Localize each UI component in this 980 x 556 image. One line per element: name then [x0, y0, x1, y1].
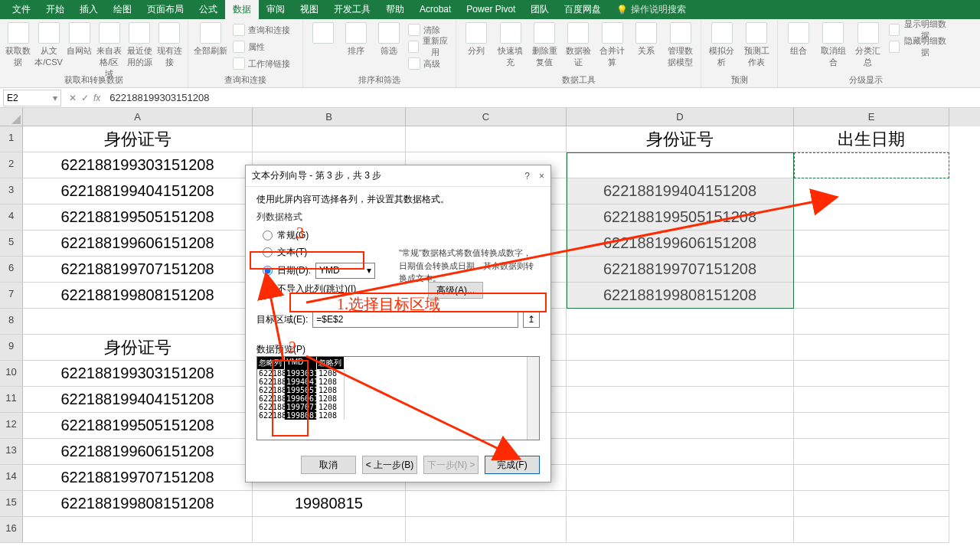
dest-input[interactable]: =$E$2: [312, 311, 518, 328]
dest-picker-icon[interactable]: ↥: [523, 311, 540, 328]
name-box[interactable]: E2 ▾: [3, 90, 61, 106]
btn-links[interactable]: 工作簿链接: [231, 56, 292, 71]
cell-A9[interactable]: 身份证号: [23, 335, 253, 361]
close-icon[interactable]: ×: [539, 171, 544, 182]
cell-D16[interactable]: [567, 517, 794, 543]
cancel-icon[interactable]: ✕: [69, 93, 77, 103]
cell-D2[interactable]: 622188199303151208: [567, 152, 794, 178]
cell-A1[interactable]: 身份证号: [23, 126, 253, 152]
row-header-15[interactable]: 15: [0, 491, 23, 517]
cell-A16[interactable]: [23, 517, 253, 543]
btn-sort-az[interactable]: [308, 22, 338, 44]
cell-B15[interactable]: 19980815: [253, 491, 406, 517]
cell-B1[interactable]: [253, 126, 406, 152]
tab-formula[interactable]: 公式: [191, 0, 225, 19]
row-header-13[interactable]: 13: [0, 439, 23, 465]
cell-E7[interactable]: [794, 283, 949, 309]
date-format-select[interactable]: YMD ▾: [315, 263, 375, 279]
cell-E13[interactable]: [794, 439, 949, 465]
cell-E14[interactable]: [794, 465, 949, 491]
cell-A10[interactable]: 622188199303151208: [23, 361, 253, 387]
cell-E3[interactable]: [794, 178, 949, 204]
row-header-1[interactable]: 1: [0, 126, 23, 152]
btn-removedup[interactable]: 删除重复值: [529, 22, 560, 68]
cell-A13[interactable]: 622188199606151208: [23, 439, 253, 465]
dialog-titlebar[interactable]: 文本分列向导 - 第 3 步，共 3 步 ? ×: [246, 165, 550, 187]
cell-D7[interactable]: 622188199808151208: [567, 283, 794, 309]
btn-relations[interactable]: 关系: [631, 22, 662, 57]
cell-A6[interactable]: 622188199707151208: [23, 257, 253, 283]
row-header-5[interactable]: 5: [0, 231, 23, 257]
cell-E12[interactable]: [794, 413, 949, 439]
col-header-D[interactable]: D: [567, 108, 794, 126]
cell-D4[interactable]: 622188199505151208: [567, 204, 794, 231]
cell-E8[interactable]: [794, 309, 949, 335]
preview-scrollbar[interactable]: [527, 357, 539, 440]
tab-file[interactable]: 文件: [5, 0, 38, 19]
btn-fromweb[interactable]: 自网站: [66, 22, 93, 57]
accept-icon[interactable]: ✓: [81, 93, 89, 103]
cell-A7[interactable]: 622188199808151208: [23, 283, 253, 309]
btn-reapply[interactable]: 重新应用: [407, 39, 451, 54]
btn-props[interactable]: 属性: [231, 39, 292, 54]
btn-fromtable[interactable]: 来自表格/区域: [96, 22, 122, 80]
btn-fromtext[interactable]: 从文本/CSV: [34, 22, 63, 68]
btn-ungroup[interactable]: 取消组合: [818, 22, 850, 68]
tab-layout[interactable]: 页面布局: [139, 0, 191, 19]
tab-baidu[interactable]: 百度网盘: [557, 0, 609, 19]
tab-powerpivot[interactable]: Power Pivot: [459, 0, 523, 19]
tell-me[interactable]: 💡 操作说明搜索: [609, 3, 694, 16]
row-header-3[interactable]: 3: [0, 178, 23, 204]
cell-E4[interactable]: [794, 204, 949, 231]
cell-D12[interactable]: [567, 413, 794, 439]
tab-data[interactable]: 数据: [225, 0, 259, 19]
btn-group[interactable]: 组合: [782, 22, 815, 57]
cell-D3[interactable]: 622188199404151208: [567, 178, 794, 204]
cell-D9[interactable]: [567, 335, 794, 361]
cell-A8[interactable]: [23, 309, 253, 335]
select-all-corner[interactable]: [0, 108, 23, 126]
cell-E16[interactable]: [794, 517, 949, 543]
formula-input[interactable]: 622188199303151208: [105, 92, 980, 103]
advanced-button[interactable]: 高级(A)...: [428, 282, 483, 299]
cell-D10[interactable]: [567, 361, 794, 387]
row-header-10[interactable]: 10: [0, 361, 23, 387]
btn-queries[interactable]: 查询和连接: [231, 22, 292, 38]
btn-whatif[interactable]: 模拟分析: [706, 22, 738, 68]
btn-subtotal[interactable]: 分类汇总: [852, 22, 884, 68]
row-header-16[interactable]: 16: [0, 517, 23, 543]
row-header-7[interactable]: 7: [0, 283, 23, 309]
cell-A4[interactable]: 622188199505151208: [23, 204, 253, 231]
row-header-14[interactable]: 14: [0, 465, 23, 491]
cell-E10[interactable]: [794, 361, 949, 387]
cell-D8[interactable]: [567, 309, 794, 335]
btn-model[interactable]: 管理数据模型: [665, 22, 696, 68]
cell-A14[interactable]: 622188199707151208: [23, 465, 253, 491]
cell-A5[interactable]: 622188199606151208: [23, 231, 253, 257]
btn-consolidate[interactable]: 合并计算: [597, 22, 628, 68]
cell-D6[interactable]: 622188199707151208: [567, 257, 794, 283]
row-header-11[interactable]: 11: [0, 387, 23, 413]
cell-D1[interactable]: 身份证号: [567, 126, 794, 152]
cell-D15[interactable]: [567, 491, 794, 517]
btn-recent[interactable]: 最近使用的源: [126, 22, 152, 68]
cell-B16[interactable]: [253, 517, 406, 543]
tab-view[interactable]: 视图: [292, 0, 326, 19]
btn-adv[interactable]: 高级: [407, 56, 451, 71]
cell-A2[interactable]: 622188199303151208: [23, 152, 253, 178]
col-header-E[interactable]: E: [794, 108, 949, 126]
btn-filter[interactable]: 筛选: [374, 22, 403, 57]
col-header-C[interactable]: C: [406, 108, 567, 126]
row-header-6[interactable]: 6: [0, 257, 23, 283]
cell-E2[interactable]: [794, 152, 949, 178]
row-header-8[interactable]: 8: [0, 309, 23, 335]
cell-A3[interactable]: 622188199404151208: [23, 178, 253, 204]
tab-help[interactable]: 帮助: [378, 0, 412, 19]
cell-C1[interactable]: [406, 126, 567, 152]
btn-hidedetail[interactable]: 隐藏明细数据: [887, 39, 949, 54]
tab-team[interactable]: 团队: [523, 0, 557, 19]
cell-A12[interactable]: 622188199505151208: [23, 413, 253, 439]
cell-E6[interactable]: [794, 257, 949, 283]
tab-acrobat[interactable]: Acrobat: [412, 0, 459, 19]
chevron-down-icon[interactable]: ▾: [53, 93, 57, 103]
